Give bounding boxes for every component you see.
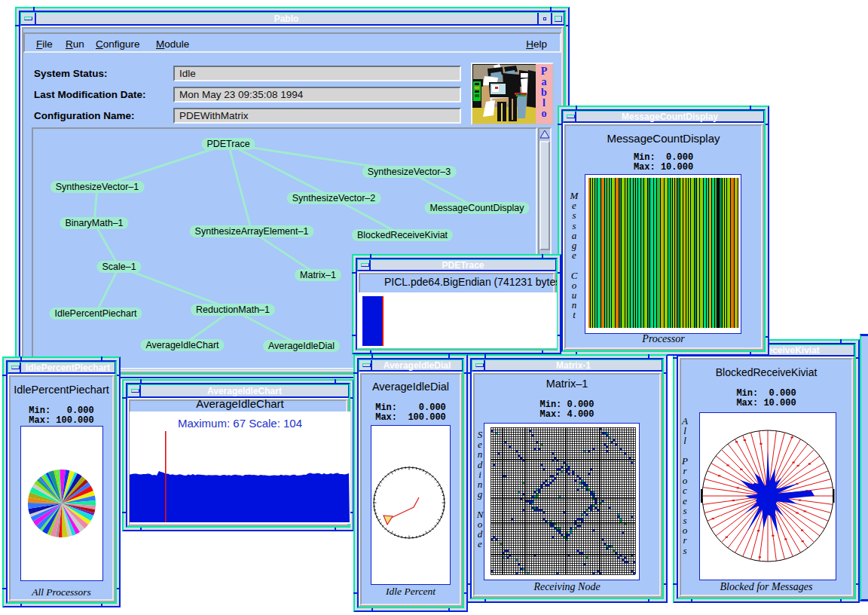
- svg-text:b: b: [541, 87, 547, 98]
- svg-text:o: o: [542, 108, 547, 119]
- svg-text:P: P: [541, 66, 548, 77]
- svg-text:a: a: [542, 76, 547, 87]
- svg-text:l: l: [542, 97, 546, 109]
